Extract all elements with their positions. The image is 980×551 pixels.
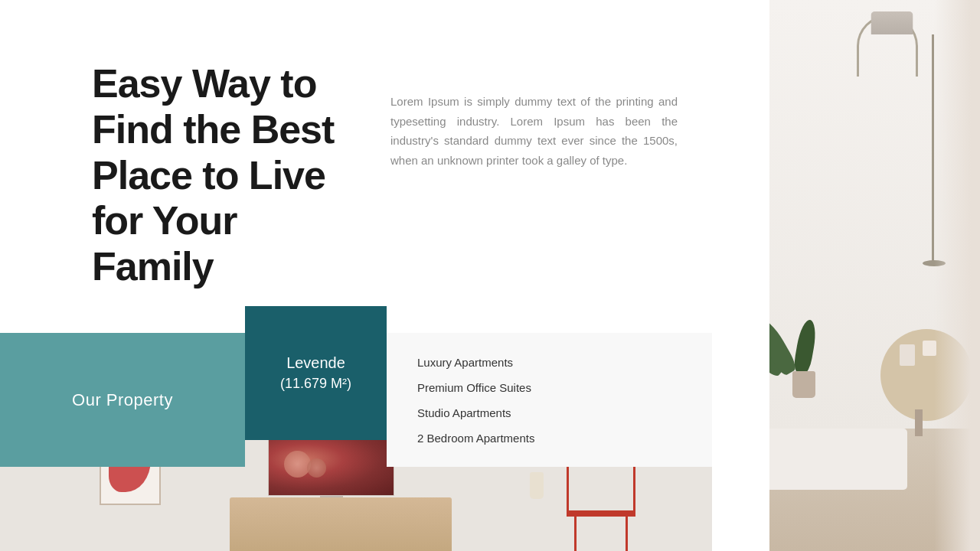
- property-item-4[interactable]: 2 Bedroom Apartments: [417, 429, 681, 448]
- chair-back: [567, 465, 635, 510]
- property-section: Our Property Levende (11.679 M²) Luxury …: [0, 333, 712, 467]
- hero-section: Easy Way to Find the Best Place to Live …: [0, 0, 769, 290]
- property-item-3[interactable]: Studio Apartments: [417, 403, 681, 422]
- curtain: [934, 0, 980, 551]
- main-content: Easy Way to Find the Best Place to Live …: [0, 0, 769, 551]
- interior-scene: [769, 0, 980, 551]
- table-leg: [915, 409, 923, 436]
- property-list-card: Luxury Apartments Premium Office Suites …: [387, 333, 712, 467]
- chair-leg-left: [574, 513, 577, 551]
- property-item-2[interactable]: Premium Office Suites: [417, 378, 681, 397]
- lamp-inner: [871, 11, 913, 34]
- right-panel-photo: [769, 0, 980, 551]
- chair-legs: [570, 513, 632, 551]
- hero-description: Lorem Ipsum is simply dummy text of the …: [390, 61, 678, 290]
- hero-title: Easy Way to Find the Best Place to Live …: [92, 61, 345, 290]
- rug: [769, 429, 907, 490]
- our-property-tab[interactable]: Our Property: [0, 333, 245, 467]
- lamp-head: [871, 11, 913, 34]
- vase: [530, 472, 544, 499]
- property-item-1[interactable]: Luxury Apartments: [417, 353, 681, 372]
- plant-pot: [792, 371, 815, 398]
- chair: [567, 467, 635, 551]
- dresser: [230, 497, 452, 551]
- chair-leg-right: [626, 513, 628, 551]
- table-item1: [900, 344, 915, 366]
- levende-title: Levende: [286, 354, 345, 372]
- our-property-label: Our Property: [72, 390, 173, 410]
- levende-subtitle: (11.679 M²): [280, 376, 351, 392]
- levende-card: Levende (11.679 M²): [245, 306, 387, 440]
